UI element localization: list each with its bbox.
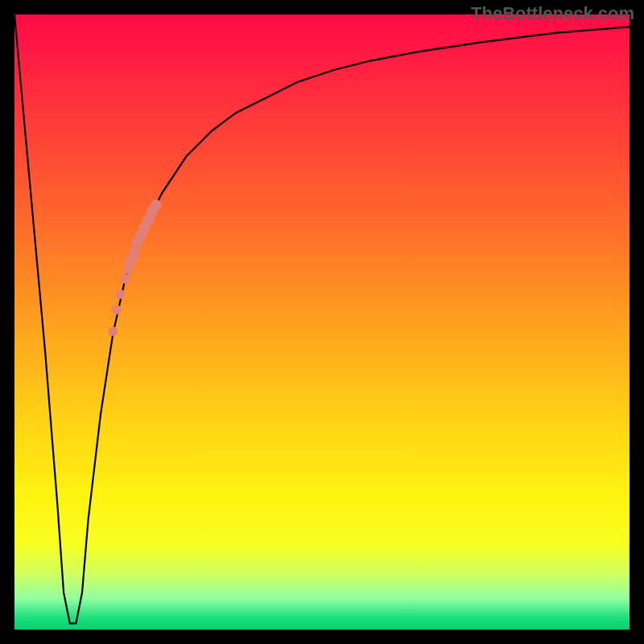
highlight-dots-group <box>108 200 162 336</box>
watermark-text: TheBottleneck.com <box>471 3 634 24</box>
highlight-dot <box>123 265 133 275</box>
highlight-dot <box>112 305 122 315</box>
chart-svg <box>14 14 630 630</box>
plot-area <box>14 14 630 630</box>
highlight-dot <box>115 290 125 299</box>
highlight-dot <box>121 275 130 284</box>
highlight-dot <box>108 327 118 336</box>
highlight-dot <box>151 200 162 211</box>
bottleneck-curve-line <box>14 14 630 623</box>
highlight-dot <box>129 247 140 258</box>
